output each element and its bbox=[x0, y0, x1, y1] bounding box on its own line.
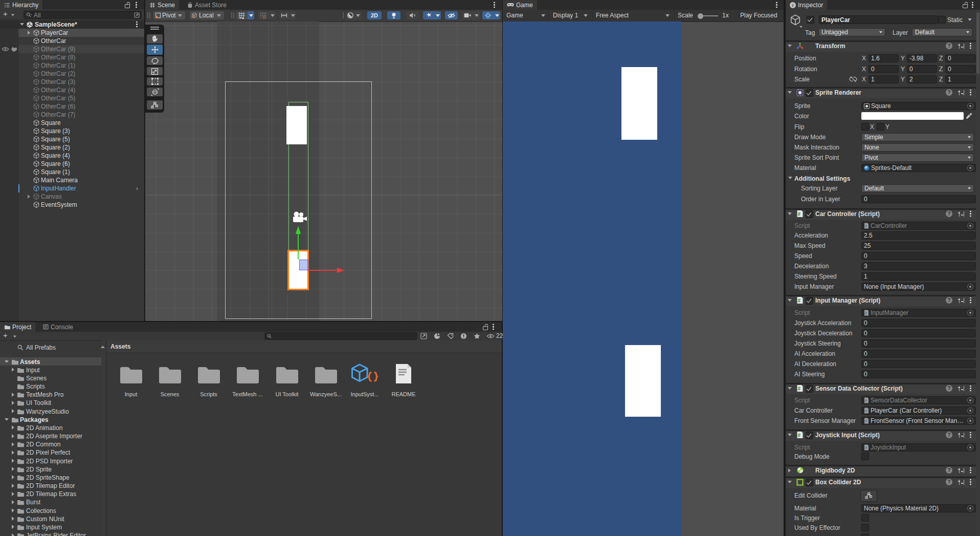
svg-text:#: # bbox=[798, 433, 801, 438]
svg-text:#: # bbox=[798, 386, 801, 392]
svg-text:#: # bbox=[798, 211, 801, 217]
svg-text:#: # bbox=[798, 298, 801, 304]
